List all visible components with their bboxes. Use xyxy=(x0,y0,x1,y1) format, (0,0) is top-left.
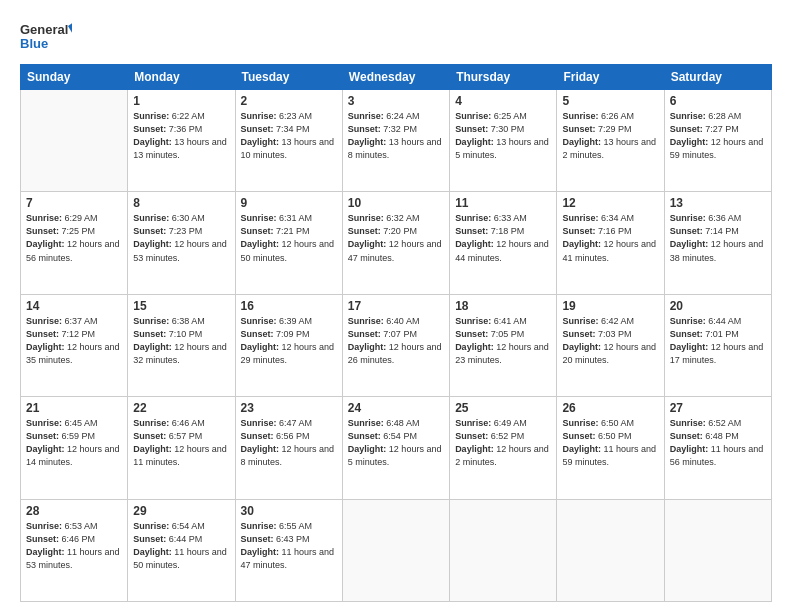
calendar-cell xyxy=(450,499,557,601)
calendar-cell: 3Sunrise: 6:24 AMSunset: 7:32 PMDaylight… xyxy=(342,90,449,192)
svg-marker-2 xyxy=(68,22,72,36)
day-number: 3 xyxy=(348,94,444,108)
day-info: Sunrise: 6:53 AMSunset: 6:46 PMDaylight:… xyxy=(26,520,122,572)
day-info: Sunrise: 6:41 AMSunset: 7:05 PMDaylight:… xyxy=(455,315,551,367)
day-number: 1 xyxy=(133,94,229,108)
day-info: Sunrise: 6:24 AMSunset: 7:32 PMDaylight:… xyxy=(348,110,444,162)
calendar-cell: 1Sunrise: 6:22 AMSunset: 7:36 PMDaylight… xyxy=(128,90,235,192)
day-number: 23 xyxy=(241,401,337,415)
calendar-cell: 28Sunrise: 6:53 AMSunset: 6:46 PMDayligh… xyxy=(21,499,128,601)
weekday-header-tuesday: Tuesday xyxy=(235,65,342,90)
calendar-cell: 30Sunrise: 6:55 AMSunset: 6:43 PMDayligh… xyxy=(235,499,342,601)
day-info: Sunrise: 6:39 AMSunset: 7:09 PMDaylight:… xyxy=(241,315,337,367)
day-number: 22 xyxy=(133,401,229,415)
day-info: Sunrise: 6:26 AMSunset: 7:29 PMDaylight:… xyxy=(562,110,658,162)
day-number: 2 xyxy=(241,94,337,108)
calendar-cell: 14Sunrise: 6:37 AMSunset: 7:12 PMDayligh… xyxy=(21,294,128,396)
day-number: 20 xyxy=(670,299,766,313)
calendar-cell: 5Sunrise: 6:26 AMSunset: 7:29 PMDaylight… xyxy=(557,90,664,192)
day-info: Sunrise: 6:40 AMSunset: 7:07 PMDaylight:… xyxy=(348,315,444,367)
day-number: 12 xyxy=(562,196,658,210)
weekday-header-row: SundayMondayTuesdayWednesdayThursdayFrid… xyxy=(21,65,772,90)
page: General Blue SundayMondayTuesdayWednesda… xyxy=(0,0,792,612)
weekday-header-friday: Friday xyxy=(557,65,664,90)
weekday-header-saturday: Saturday xyxy=(664,65,771,90)
day-info: Sunrise: 6:33 AMSunset: 7:18 PMDaylight:… xyxy=(455,212,551,264)
day-number: 10 xyxy=(348,196,444,210)
day-number: 28 xyxy=(26,504,122,518)
calendar-cell: 15Sunrise: 6:38 AMSunset: 7:10 PMDayligh… xyxy=(128,294,235,396)
day-info: Sunrise: 6:50 AMSunset: 6:50 PMDaylight:… xyxy=(562,417,658,469)
calendar-cell xyxy=(664,499,771,601)
day-number: 24 xyxy=(348,401,444,415)
calendar-cell: 17Sunrise: 6:40 AMSunset: 7:07 PMDayligh… xyxy=(342,294,449,396)
day-info: Sunrise: 6:23 AMSunset: 7:34 PMDaylight:… xyxy=(241,110,337,162)
weekday-header-monday: Monday xyxy=(128,65,235,90)
day-info: Sunrise: 6:55 AMSunset: 6:43 PMDaylight:… xyxy=(241,520,337,572)
day-info: Sunrise: 6:28 AMSunset: 7:27 PMDaylight:… xyxy=(670,110,766,162)
calendar-cell: 6Sunrise: 6:28 AMSunset: 7:27 PMDaylight… xyxy=(664,90,771,192)
day-number: 18 xyxy=(455,299,551,313)
week-row-2: 7Sunrise: 6:29 AMSunset: 7:25 PMDaylight… xyxy=(21,192,772,294)
day-info: Sunrise: 6:52 AMSunset: 6:48 PMDaylight:… xyxy=(670,417,766,469)
day-number: 14 xyxy=(26,299,122,313)
day-info: Sunrise: 6:45 AMSunset: 6:59 PMDaylight:… xyxy=(26,417,122,469)
calendar-cell: 20Sunrise: 6:44 AMSunset: 7:01 PMDayligh… xyxy=(664,294,771,396)
day-number: 25 xyxy=(455,401,551,415)
calendar-cell: 26Sunrise: 6:50 AMSunset: 6:50 PMDayligh… xyxy=(557,397,664,499)
calendar-cell: 27Sunrise: 6:52 AMSunset: 6:48 PMDayligh… xyxy=(664,397,771,499)
day-info: Sunrise: 6:25 AMSunset: 7:30 PMDaylight:… xyxy=(455,110,551,162)
calendar-cell xyxy=(557,499,664,601)
day-info: Sunrise: 6:37 AMSunset: 7:12 PMDaylight:… xyxy=(26,315,122,367)
day-info: Sunrise: 6:38 AMSunset: 7:10 PMDaylight:… xyxy=(133,315,229,367)
day-number: 4 xyxy=(455,94,551,108)
day-number: 5 xyxy=(562,94,658,108)
calendar-cell: 24Sunrise: 6:48 AMSunset: 6:54 PMDayligh… xyxy=(342,397,449,499)
day-number: 6 xyxy=(670,94,766,108)
day-info: Sunrise: 6:30 AMSunset: 7:23 PMDaylight:… xyxy=(133,212,229,264)
weekday-header-wednesday: Wednesday xyxy=(342,65,449,90)
calendar-cell: 8Sunrise: 6:30 AMSunset: 7:23 PMDaylight… xyxy=(128,192,235,294)
day-number: 8 xyxy=(133,196,229,210)
calendar-cell: 21Sunrise: 6:45 AMSunset: 6:59 PMDayligh… xyxy=(21,397,128,499)
day-number: 27 xyxy=(670,401,766,415)
day-info: Sunrise: 6:36 AMSunset: 7:14 PMDaylight:… xyxy=(670,212,766,264)
calendar: SundayMondayTuesdayWednesdayThursdayFrid… xyxy=(20,64,772,602)
day-info: Sunrise: 6:46 AMSunset: 6:57 PMDaylight:… xyxy=(133,417,229,469)
day-info: Sunrise: 6:48 AMSunset: 6:54 PMDaylight:… xyxy=(348,417,444,469)
day-info: Sunrise: 6:44 AMSunset: 7:01 PMDaylight:… xyxy=(670,315,766,367)
calendar-cell: 4Sunrise: 6:25 AMSunset: 7:30 PMDaylight… xyxy=(450,90,557,192)
svg-text:General: General xyxy=(20,22,68,37)
day-number: 13 xyxy=(670,196,766,210)
day-number: 30 xyxy=(241,504,337,518)
day-number: 17 xyxy=(348,299,444,313)
calendar-cell: 11Sunrise: 6:33 AMSunset: 7:18 PMDayligh… xyxy=(450,192,557,294)
day-info: Sunrise: 6:31 AMSunset: 7:21 PMDaylight:… xyxy=(241,212,337,264)
day-number: 21 xyxy=(26,401,122,415)
calendar-cell: 22Sunrise: 6:46 AMSunset: 6:57 PMDayligh… xyxy=(128,397,235,499)
weekday-header-sunday: Sunday xyxy=(21,65,128,90)
svg-text:Blue: Blue xyxy=(20,36,48,51)
calendar-cell: 12Sunrise: 6:34 AMSunset: 7:16 PMDayligh… xyxy=(557,192,664,294)
calendar-cell: 29Sunrise: 6:54 AMSunset: 6:44 PMDayligh… xyxy=(128,499,235,601)
calendar-cell: 25Sunrise: 6:49 AMSunset: 6:52 PMDayligh… xyxy=(450,397,557,499)
calendar-cell: 23Sunrise: 6:47 AMSunset: 6:56 PMDayligh… xyxy=(235,397,342,499)
day-info: Sunrise: 6:49 AMSunset: 6:52 PMDaylight:… xyxy=(455,417,551,469)
week-row-3: 14Sunrise: 6:37 AMSunset: 7:12 PMDayligh… xyxy=(21,294,772,396)
calendar-cell: 18Sunrise: 6:41 AMSunset: 7:05 PMDayligh… xyxy=(450,294,557,396)
calendar-cell: 19Sunrise: 6:42 AMSunset: 7:03 PMDayligh… xyxy=(557,294,664,396)
day-number: 11 xyxy=(455,196,551,210)
header: General Blue xyxy=(20,18,772,54)
calendar-cell: 13Sunrise: 6:36 AMSunset: 7:14 PMDayligh… xyxy=(664,192,771,294)
day-info: Sunrise: 6:54 AMSunset: 6:44 PMDaylight:… xyxy=(133,520,229,572)
calendar-cell: 10Sunrise: 6:32 AMSunset: 7:20 PMDayligh… xyxy=(342,192,449,294)
week-row-1: 1Sunrise: 6:22 AMSunset: 7:36 PMDaylight… xyxy=(21,90,772,192)
day-info: Sunrise: 6:34 AMSunset: 7:16 PMDaylight:… xyxy=(562,212,658,264)
calendar-cell: 9Sunrise: 6:31 AMSunset: 7:21 PMDaylight… xyxy=(235,192,342,294)
logo-svg: General Blue xyxy=(20,18,72,54)
day-number: 9 xyxy=(241,196,337,210)
logo: General Blue xyxy=(20,18,72,54)
day-info: Sunrise: 6:42 AMSunset: 7:03 PMDaylight:… xyxy=(562,315,658,367)
calendar-cell: 16Sunrise: 6:39 AMSunset: 7:09 PMDayligh… xyxy=(235,294,342,396)
day-number: 26 xyxy=(562,401,658,415)
